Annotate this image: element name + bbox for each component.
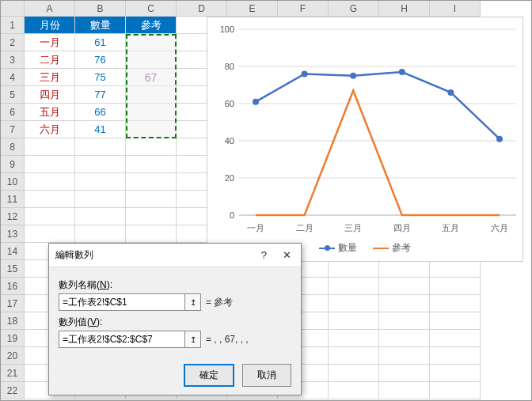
column-header[interactable]: D <box>177 1 227 17</box>
cell[interactable] <box>126 173 177 191</box>
cell[interactable] <box>379 365 430 382</box>
cell[interactable] <box>126 86 177 104</box>
cell[interactable] <box>75 225 126 243</box>
cell[interactable] <box>25 225 75 243</box>
collapse-range-icon[interactable]: ↥ <box>185 293 201 311</box>
row-header[interactable]: 3 <box>1 51 25 69</box>
row-header[interactable]: 17 <box>1 295 25 312</box>
month-cell[interactable]: 二月 <box>25 51 75 69</box>
row-header[interactable]: 8 <box>1 138 25 156</box>
cell[interactable] <box>379 295 430 312</box>
cell[interactable] <box>75 173 126 191</box>
row-header[interactable]: 11 <box>1 191 25 208</box>
cell[interactable] <box>379 260 430 278</box>
cell[interactable] <box>379 278 430 295</box>
cell[interactable] <box>379 330 430 347</box>
table-header-cell[interactable]: 數量 <box>75 17 126 34</box>
month-cell[interactable]: 六月 <box>25 121 75 138</box>
cell[interactable] <box>430 382 481 399</box>
cell[interactable] <box>379 382 430 399</box>
cell[interactable] <box>126 208 177 225</box>
row-header[interactable]: 18 <box>1 312 25 330</box>
cell[interactable] <box>329 365 379 382</box>
cell[interactable] <box>126 104 177 121</box>
series-values-input[interactable] <box>59 331 185 348</box>
value-cell[interactable]: 61 <box>75 34 126 51</box>
cell[interactable] <box>75 208 126 225</box>
cell[interactable] <box>126 51 177 69</box>
row-header[interactable]: 6 <box>1 104 25 121</box>
cell[interactable] <box>126 138 177 156</box>
cell[interactable] <box>329 295 379 312</box>
value-cell[interactable]: 75 <box>75 69 126 86</box>
cell[interactable] <box>126 156 177 173</box>
column-header[interactable]: G <box>329 1 379 17</box>
row-header[interactable]: 22 <box>1 382 25 399</box>
cell[interactable] <box>430 312 481 330</box>
row-header[interactable]: 14 <box>1 243 25 260</box>
row-header[interactable]: 19 <box>1 330 25 347</box>
column-header[interactable]: B <box>75 1 126 17</box>
row-header[interactable]: 21 <box>1 365 25 382</box>
cell[interactable] <box>430 365 481 382</box>
select-all-corner[interactable] <box>1 1 25 17</box>
value-cell[interactable]: 66 <box>75 104 126 121</box>
ok-button[interactable]: 確定 <box>184 364 234 387</box>
cell[interactable] <box>329 278 379 295</box>
cell[interactable] <box>126 191 177 208</box>
cell[interactable] <box>25 138 75 156</box>
cell[interactable] <box>25 191 75 208</box>
row-header[interactable]: 7 <box>1 121 25 138</box>
row-header[interactable]: 9 <box>1 156 25 173</box>
value-cell[interactable]: 76 <box>75 51 126 69</box>
cell[interactable] <box>329 260 379 278</box>
cell[interactable] <box>430 260 481 278</box>
column-header[interactable]: I <box>430 1 481 17</box>
cell[interactable] <box>329 382 379 399</box>
cell[interactable] <box>126 225 177 243</box>
cell[interactable] <box>329 312 379 330</box>
cell[interactable] <box>430 330 481 347</box>
table-header-cell[interactable]: 月份 <box>25 17 75 34</box>
cell[interactable] <box>329 330 379 347</box>
cell[interactable] <box>430 278 481 295</box>
cell[interactable] <box>75 156 126 173</box>
legend-item[interactable]: 數量 <box>319 241 357 255</box>
row-header[interactable]: 20 <box>1 347 25 365</box>
embedded-chart[interactable]: 020406080100一月二月三月四月五月六月 數量 參考 <box>207 17 523 262</box>
value-cell[interactable]: 77 <box>75 86 126 104</box>
cell[interactable] <box>430 347 481 365</box>
ref-value-cell[interactable]: 67 <box>126 69 177 86</box>
cell[interactable] <box>126 34 177 51</box>
row-header[interactable]: 16 <box>1 278 25 295</box>
value-cell[interactable]: 41 <box>75 121 126 138</box>
cancel-button[interactable]: 取消 <box>242 364 291 387</box>
column-header[interactable]: H <box>379 1 430 17</box>
column-header[interactable]: C <box>126 1 177 17</box>
row-header[interactable]: 13 <box>1 225 25 243</box>
column-header[interactable]: F <box>278 1 329 17</box>
help-icon[interactable]: ? <box>258 249 270 261</box>
cell[interactable] <box>379 347 430 365</box>
row-header[interactable]: 10 <box>1 173 25 191</box>
column-header[interactable]: E <box>227 1 278 17</box>
close-icon[interactable]: ✕ <box>279 249 294 261</box>
cell[interactable] <box>75 138 126 156</box>
cell[interactable] <box>126 121 177 138</box>
collapse-range-icon[interactable]: ↥ <box>185 331 201 348</box>
row-header[interactable]: 15 <box>1 260 25 278</box>
cell[interactable] <box>430 295 481 312</box>
column-header[interactable]: A <box>25 1 75 17</box>
cell[interactable] <box>25 208 75 225</box>
cell[interactable] <box>25 173 75 191</box>
row-header[interactable]: 12 <box>1 208 25 225</box>
row-header[interactable]: 2 <box>1 34 25 51</box>
legend-item[interactable]: 參考 <box>373 241 411 255</box>
row-header[interactable]: 5 <box>1 86 25 104</box>
series-name-input[interactable] <box>59 293 185 311</box>
row-header[interactable]: 4 <box>1 69 25 86</box>
table-header-cell[interactable]: 參考 <box>126 17 177 34</box>
month-cell[interactable]: 三月 <box>25 69 75 86</box>
month-cell[interactable]: 四月 <box>25 86 75 104</box>
row-header[interactable]: 1 <box>1 17 25 34</box>
